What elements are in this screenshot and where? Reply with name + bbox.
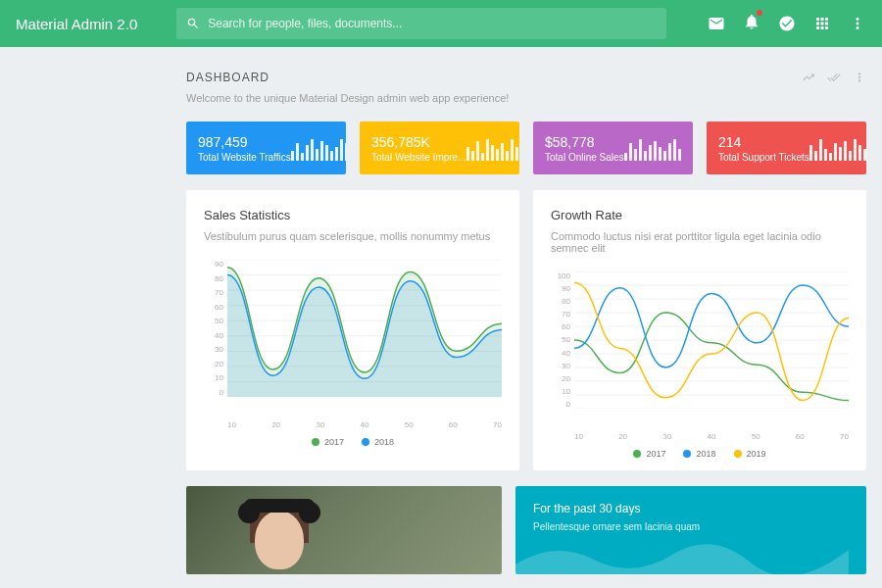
app-header: Material Admin 2.0	[0, 0, 882, 47]
sparkline-icon	[466, 135, 519, 161]
stat-value: 987,459	[198, 134, 291, 150]
stat-cards: 987,459 Total Website Traffics 356,785K …	[186, 122, 866, 174]
legend-item: 2018	[683, 449, 715, 459]
stat-card[interactable]: $58,778 Total Online Sales	[533, 122, 693, 174]
photo-card[interactable]	[186, 486, 502, 574]
search-icon	[186, 17, 200, 30]
mail-icon[interactable]	[708, 15, 725, 32]
teal-title: For the past 30 days	[533, 502, 849, 515]
done-all-icon[interactable]	[827, 71, 841, 84]
stat-label: Total Website Traffics	[198, 152, 291, 163]
sales-legend: 20172018	[204, 437, 502, 447]
stat-card[interactable]: 356,785K Total Website Impre...	[360, 122, 519, 174]
legend-item: 2017	[633, 449, 665, 459]
stat-card[interactable]: 987,459 Total Website Traffics	[186, 122, 346, 174]
stat-value: $58,778	[545, 134, 624, 150]
more-vert-icon[interactable]	[853, 71, 866, 84]
sales-title: Sales Statistics	[204, 208, 502, 222]
apps-icon[interactable]	[813, 15, 831, 32]
more-vert-icon[interactable]	[849, 15, 866, 32]
legend-item: 2017	[312, 437, 344, 447]
growth-title: Growth Rate	[551, 208, 849, 222]
past-30-days-card[interactable]: For the past 30 days Pellentesque ornare…	[515, 486, 866, 574]
stat-value: 214	[718, 134, 809, 150]
growth-desc: Commodo luctus nisi erat porttitor ligul…	[551, 230, 849, 254]
legend-item: 2019	[734, 449, 766, 459]
sparkline-icon	[291, 135, 346, 161]
page-actions	[802, 71, 866, 84]
legend-item: 2018	[362, 437, 394, 447]
check-circle-icon[interactable]	[778, 15, 796, 32]
stat-value: 356,785K	[371, 134, 466, 150]
growth-legend: 201720182019	[551, 449, 849, 459]
sparkline-icon	[809, 135, 866, 161]
growth-chart: 1009080706050403020100	[551, 271, 849, 428]
teal-desc: Pellentesque ornare sem lacinia quam	[533, 521, 849, 532]
search-box[interactable]	[176, 8, 666, 39]
search-input[interactable]	[208, 17, 657, 30]
sales-chart: 9080706050403020100	[204, 260, 502, 416]
header-actions	[708, 13, 866, 34]
notification-dot	[757, 10, 762, 16]
stat-card[interactable]: 214 Total Support Tickets	[707, 122, 866, 174]
trending-icon[interactable]	[802, 71, 815, 84]
page-subtitle: Welcome to the unique Material Design ad…	[186, 92, 802, 104]
sparkline-icon	[624, 135, 681, 161]
stat-label: Total Website Impre...	[371, 152, 466, 163]
stat-label: Total Online Sales	[545, 152, 624, 163]
main-content: DASHBOARD Welcome to the unique Material…	[0, 47, 882, 588]
growth-card: Growth Rate Commodo luctus nisi erat por…	[533, 190, 866, 470]
page-title: DASHBOARD	[186, 71, 802, 84]
brand-title: Material Admin 2.0	[16, 16, 137, 32]
sales-card: Sales Statistics Vestibulum purus quam s…	[186, 190, 519, 470]
sales-desc: Vestibulum purus quam scelerisque, molli…	[204, 230, 502, 242]
stat-label: Total Support Tickets	[718, 152, 809, 163]
